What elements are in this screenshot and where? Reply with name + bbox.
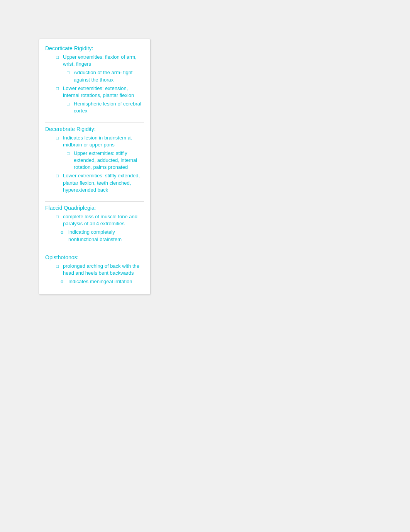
bullet-icon: □ [56, 85, 61, 92]
level2-text: Upper extremities: stiffly extended, add… [74, 150, 144, 171]
bullet-icon: □ [67, 101, 72, 107]
section-title-opisthotonos: Opisthotonos: [45, 254, 144, 260]
bullet-icon: □ [56, 173, 61, 179]
level2-item: □Upper extremities: stiffly extended, ad… [45, 150, 144, 171]
bullet-icon: □ [56, 263, 61, 270]
level2-item: □Hemispheric lesion of cerebral cortex [45, 100, 144, 114]
level2-item: □Adduction of the arm- tight against the… [45, 69, 144, 83]
level1-text: Lower extremities: stiffly extended, pla… [63, 172, 144, 194]
section-opisthotonos: Opisthotonos:□prolonged arching of back … [45, 254, 144, 286]
level2-text: Hemispheric lesion of cerebral cortex [74, 100, 144, 114]
level1-item: □prolonged arching of back with the head… [45, 263, 144, 277]
bullet-icon: □ [67, 70, 72, 76]
bullet-icon: □ [56, 135, 61, 141]
level2-item: oindicating completely nonfunctional bra… [45, 229, 144, 243]
level2-text: Adduction of the arm- tight against the … [74, 69, 144, 83]
level1-text: Lower extremities: extension, internal r… [63, 85, 144, 99]
section-divider [45, 251, 144, 251]
content-card: Decorticate Rigidity:□Upper extremities:… [39, 39, 151, 295]
section-flaccid: Flaccid Quadriplegia:□complete loss of m… [45, 205, 144, 243]
section-title-decerebrate: Decerebrate Rigidity: [45, 126, 144, 132]
level1-text: prolonged arching of back with the head … [63, 263, 144, 277]
level1-item: □Lower extremities: extension, internal … [45, 85, 144, 99]
section-decorticate: Decorticate Rigidity:□Upper extremities:… [45, 45, 144, 115]
level1-item: □Indicates lesion in brainstem at midbra… [45, 134, 144, 148]
o-text: Indicates meningeal irritation [68, 278, 144, 285]
level1-text: Indicates lesion in brainstem at midbrai… [63, 134, 144, 148]
section-title-decorticate: Decorticate Rigidity: [45, 45, 144, 51]
bullet-icon: □ [56, 214, 61, 220]
section-decerebrate: Decerebrate Rigidity:□Indicates lesion i… [45, 126, 144, 194]
section-divider [45, 122, 144, 123]
level1-text: Upper extremities: flexion of arm, wrist… [63, 54, 144, 68]
level2-item: oIndicates meningeal irritation [45, 278, 144, 285]
level1-item: □complete loss of muscle tone and paraly… [45, 213, 144, 227]
bullet-icon: □ [56, 54, 61, 61]
section-title-flaccid: Flaccid Quadriplegia: [45, 205, 144, 211]
level1-text: complete loss of muscle tone and paralys… [63, 213, 144, 227]
level1-item: □Lower extremities: stiffly extended, pl… [45, 172, 144, 194]
o-text: indicating completely nonfunctional brai… [68, 229, 144, 243]
section-divider [45, 201, 144, 202]
o-bullet-icon: o [61, 229, 66, 236]
o-bullet-icon: o [61, 278, 66, 285]
level1-item: □Upper extremities: flexion of arm, wris… [45, 54, 144, 68]
bullet-icon: □ [67, 150, 72, 157]
